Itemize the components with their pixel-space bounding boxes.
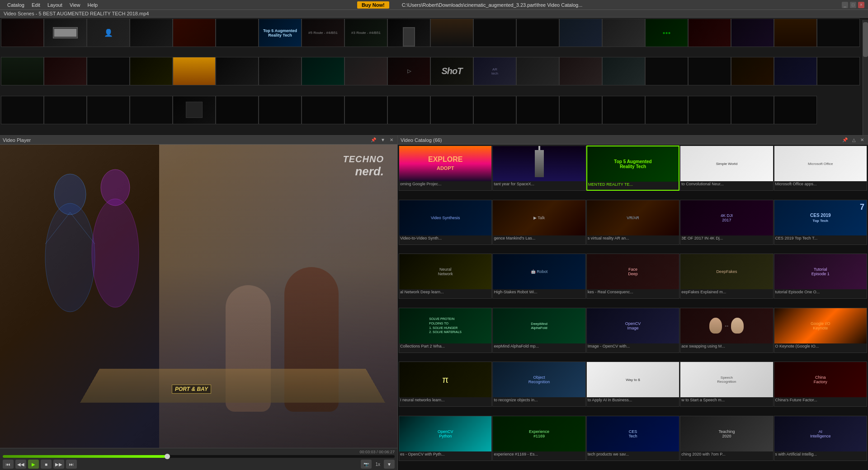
catalog-item-1[interactable]: EXPLOREADOPT oming Google Projec... (399, 146, 492, 191)
filmstrip-thumb-57[interactable] (688, 96, 731, 124)
catalog-item-2[interactable]: tant year for SpaceX... (492, 146, 585, 191)
catalog-item-25[interactable]: ChinaFactory China's Future Factor... (774, 362, 867, 407)
filmstrip-thumb-53[interactable] (516, 96, 559, 124)
progress-handle[interactable] (165, 454, 170, 459)
catalog-item-3[interactable]: Top 5 AugmentedReality Tech MENTED REALI… (586, 146, 679, 191)
catalog-item-19[interactable]: ↔ ace swapping using M... (680, 308, 773, 353)
filmstrip-thumb-18[interactable] (731, 19, 774, 47)
menu-layout[interactable]: Layout (44, 1, 66, 9)
filmstrip-thumb-33[interactable] (516, 57, 559, 85)
filmstrip-thumb-1[interactable] (1, 19, 44, 47)
filmstrip-thumb-52[interactable] (473, 96, 516, 124)
catalog-item-9[interactable]: 4K DJI2017 3E OF 2017 IN 4K Dj... (680, 200, 773, 245)
filmstrip-thumb-43[interactable] (87, 96, 130, 124)
filmstrip-thumb-5[interactable] (173, 19, 216, 47)
catalog-item-17[interactable]: DeepMindAlphaFold eepMind AlphaFold mp..… (492, 308, 585, 353)
catalog-item-23[interactable]: Way to $ to Apply AI in Business... (586, 362, 679, 407)
filmstrip-thumb-8[interactable]: #5 Route - #4/B51 (302, 19, 344, 47)
filmstrip-thumb-4[interactable] (130, 19, 173, 47)
player-pin-button[interactable]: 📌 (369, 137, 377, 142)
filmstrip-thumb-45[interactable] (173, 96, 216, 124)
filmstrip-thumb-2[interactable] (44, 19, 87, 47)
catalog-item-4[interactable]: Simple World to Convolutional Neur... (680, 146, 773, 191)
filmstrip-thumb-19[interactable] (774, 19, 817, 47)
filmstrip-thumb-30[interactable]: ▷ (387, 57, 430, 85)
catalog-item-24[interactable]: SpeechRecognition w to Start a Speech m.… (680, 362, 773, 407)
catalog-item-18[interactable]: OpenCVImage Image - OpenCV with... (586, 308, 679, 353)
filmstrip-thumb-41[interactable] (1, 96, 44, 124)
filmstrip-thumb-56[interactable] (645, 96, 688, 124)
player-close-button[interactable]: ✕ (388, 137, 395, 142)
filmstrip-thumb-26[interactable] (216, 57, 259, 85)
menu-catalog[interactable]: Catalog (4, 1, 28, 9)
filmstrip-thumb-24[interactable] (130, 57, 173, 85)
filmstrip-thumb-13[interactable] (516, 19, 559, 47)
catalog-item-10[interactable]: CES 2019Top Tech 7 CES 2019 Top Tech T..… (774, 200, 867, 245)
filmstrip-thumb-27[interactable] (259, 57, 302, 85)
filmstrip-thumb-37[interactable] (688, 57, 731, 85)
next-frame-button[interactable]: ▶▶ (53, 460, 64, 469)
catalog-item-28[interactable]: CESTech tech products we sav... (586, 416, 679, 461)
filmstrip-thumb-28[interactable] (302, 57, 344, 85)
filmstrip-thumb-20[interactable] (817, 19, 860, 47)
filmstrip-thumb-40[interactable] (817, 57, 860, 85)
filmstrip-thumb-51[interactable] (430, 96, 473, 124)
filmstrip-thumb-25[interactable] (173, 57, 216, 85)
play-button[interactable]: ▶ (28, 460, 39, 469)
maximize-button[interactable]: □ (850, 2, 856, 8)
filmstrip-thumb-23[interactable] (87, 57, 130, 85)
filmstrip-thumb-46[interactable] (216, 96, 259, 124)
catalog-close-button[interactable]: ✕ (859, 137, 865, 142)
catalog-pin-button[interactable]: 📌 (841, 137, 849, 142)
minimize-button[interactable]: _ (842, 2, 848, 8)
catalog-item-21[interactable]: π I neural networks learn... (399, 362, 492, 407)
filmstrip-thumb-44[interactable] (130, 96, 173, 124)
catalog-item-15[interactable]: TutorialEpisode 1 tutorial Episode One O… (774, 254, 867, 299)
menu-help[interactable]: Help (84, 1, 102, 9)
filmstrip-thumb-48[interactable] (302, 96, 344, 124)
catalog-item-5[interactable]: Microsoft Office Microsoft Office apps..… (774, 146, 867, 191)
catalog-item-16[interactable]: SOLVE PROTEINFOLDING TO1. SOLVE HUNGER2.… (399, 308, 492, 353)
filmstrip-thumb-17[interactable] (688, 19, 731, 47)
filmstrip-thumb-54[interactable] (559, 96, 602, 124)
filmstrip-thumb-50[interactable] (387, 96, 430, 124)
filmstrip-thumb-22[interactable] (44, 57, 87, 85)
catalog-item-13[interactable]: FaceDeep kes - Real Consequenc... (586, 254, 679, 299)
catalog-item-27[interactable]: Experience#1169 experience #1169 - Es... (492, 416, 585, 461)
filmstrip-thumb-55[interactable] (602, 96, 645, 124)
catalog-item-6[interactable]: Video Synthesis Video-to-Video Synth... (399, 200, 492, 245)
player-minimize-button[interactable]: ▼ (379, 137, 387, 142)
filmstrip-thumb-38[interactable] (731, 57, 774, 85)
filmstrip-thumb-10[interactable] (387, 19, 430, 47)
stop-button[interactable]: ■ (41, 460, 52, 469)
buy-now-button[interactable]: Buy Now! (357, 1, 389, 9)
filmstrip-thumb-42[interactable] (44, 96, 87, 124)
filmstrip-thumb-3[interactable]: 👤 (87, 19, 130, 47)
camera-button[interactable]: 📷 (361, 460, 372, 469)
catalog-item-7[interactable]: ▶ Talk gence Mankind's Las... (492, 200, 585, 245)
menu-edit[interactable]: Edit (28, 1, 44, 9)
filmstrip-thumb-36[interactable] (645, 57, 688, 85)
catalog-item-20[interactable]: Google I/OKeynote O Keynote (Google IO..… (774, 308, 867, 353)
filmstrip-thumb-7[interactable]: Top 5 AugmentedReality Tech (259, 19, 302, 47)
close-button[interactable]: × (858, 2, 864, 8)
progress-bar[interactable] (3, 455, 395, 458)
menu-view[interactable]: View (66, 1, 84, 9)
filmstrip-thumb-47[interactable] (259, 96, 302, 124)
catalog-item-29[interactable]: Teaching2020 ching 2020 with 7om P... (680, 416, 773, 461)
filmstrip-thumb-59[interactable] (774, 96, 817, 124)
filmstrip-thumb-12[interactable] (473, 19, 516, 47)
filmstrip-thumb-39[interactable] (774, 57, 817, 85)
filmstrip-thumb-15[interactable] (602, 19, 645, 47)
catalog-item-11[interactable]: NeuralNetwork al Network Deep learn... (399, 254, 492, 299)
catalog-item-8[interactable]: VR/AR s virtual reality AR an... (586, 200, 679, 245)
filmstrip-thumb-21[interactable] (1, 57, 44, 85)
catalog-item-30[interactable]: AIIntelligence s with Artificial Intelli… (774, 416, 867, 461)
go-start-button[interactable]: ⏮ (3, 460, 14, 469)
filmstrip-thumb-49[interactable] (344, 96, 387, 124)
filmstrip-thumb-14[interactable] (559, 19, 602, 47)
filmstrip-thumb-16[interactable]: ●●● (645, 19, 688, 47)
filmstrip-thumb-34[interactable] (559, 57, 602, 85)
settings-button[interactable]: ▼ (384, 460, 395, 469)
catalog-expand-button[interactable]: △ (851, 137, 857, 142)
